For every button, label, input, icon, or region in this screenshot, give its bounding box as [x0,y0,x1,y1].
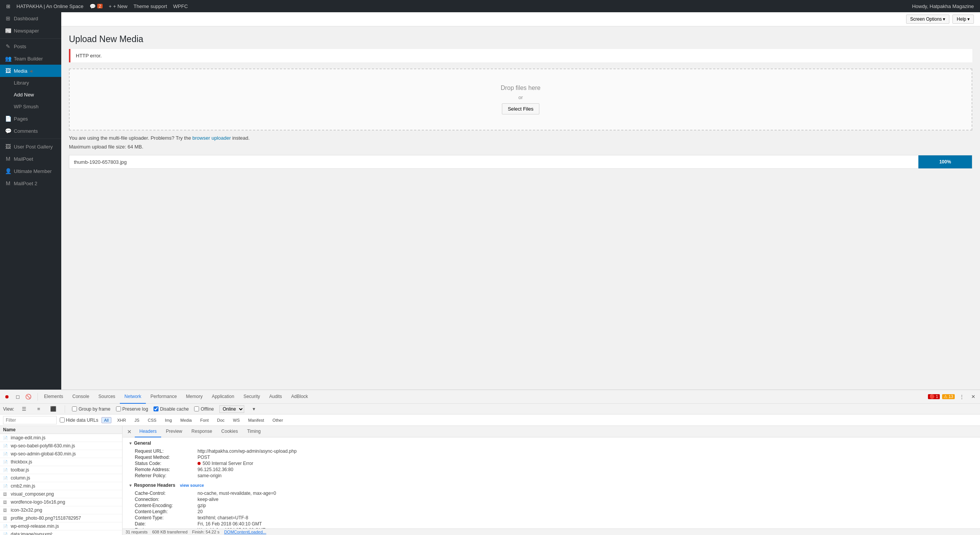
tab-audits[interactable]: Audits [265,390,286,404]
network-item-data-svg-1[interactable]: 📄 data:image/svg+xml;... [0,530,122,535]
network-item-cmb2[interactable]: 📄 cmb2.min.js [0,482,122,490]
offline-checkbox[interactable] [194,406,199,411]
admin-bar: ⊞ HATPAKHA | An Online Space 💬 2 + + New… [0,0,980,12]
offline-option[interactable]: Offline [194,406,214,412]
filter-type-other[interactable]: Other [270,417,286,423]
response-header-content-encoding: Content-Encoding: gzip [129,502,974,509]
tab-security[interactable]: Security [239,390,265,404]
theme-support-item[interactable]: Theme support [131,0,170,12]
filter-button[interactable]: ⬛ [49,405,58,414]
detail-tab-response[interactable]: Response [187,426,217,437]
record-button[interactable]: ⏺ [2,392,11,401]
tab-elements[interactable]: Elements [39,390,68,404]
filter-type-img[interactable]: Img [162,417,175,423]
filter-type-xhr[interactable]: XHR [114,417,129,423]
network-item-profile-photo[interactable]: 🖼 profile_photo-80.png?1518782957 [0,514,122,522]
group-by-frame-option[interactable]: Group by frame [72,406,110,412]
comments-item[interactable]: 💬 2 [87,0,106,12]
network-item-toolbar[interactable]: 📄 toolbar.js [0,466,122,474]
tab-memory[interactable]: Memory [181,390,207,404]
sidebar-item-library[interactable]: Library [9,77,61,89]
tab-adblock[interactable]: AdBlock [287,390,313,404]
view-compact-button[interactable]: ≡ [34,405,43,414]
network-item-column[interactable]: 📄 column.js [0,474,122,482]
sidebar-item-user-post-gallery[interactable]: 🖼 User Post Gallery [0,140,61,153]
filter-type-all[interactable]: All [101,417,111,423]
network-settings-button[interactable]: ▾ [250,405,259,414]
clear-button[interactable]: 🚫 [24,392,33,401]
filter-type-media[interactable]: Media [178,417,194,423]
hide-data-urls-label[interactable]: Hide data URLs [60,418,98,423]
sidebar-item-newspaper[interactable]: 📰 Newspaper [0,24,61,37]
disable-cache-checkbox[interactable] [154,406,158,411]
devtools-close-button[interactable]: ✕ [969,392,978,401]
network-item-wordfence-logo[interactable]: 🖼 wordfence-logo-16x16.png [0,498,122,506]
updates-item[interactable]: + + New [106,0,131,12]
devtools-more-button[interactable]: ⋮ [957,392,966,401]
comment-count: 2 [97,4,103,8]
filter-type-ws[interactable]: WS [230,417,243,423]
sidebar-item-dashboard[interactable]: ⊞ Dashboard [0,12,61,24]
sidebar-item-posts[interactable]: ✎ Posts [0,40,61,52]
sidebar-item-team-builder[interactable]: 👥 Team Builder [0,52,61,65]
hide-data-urls-checkbox[interactable] [60,418,65,422]
wp-logo-item[interactable]: ⊞ [3,0,13,12]
stop-recording-button[interactable]: ◻ [13,392,22,401]
online-select[interactable]: Online [219,405,244,413]
filter-type-font[interactable]: Font [198,417,211,423]
tab-network[interactable]: Network [120,390,146,404]
sidebar-item-mailpoet[interactable]: M MailPoet [0,153,61,165]
upload-file-row: thumb-1920-657803.jpg 100% [69,155,972,169]
devtools-status-bar: 31 requests 608 KB transferred Finish: 5… [122,528,980,535]
tab-sources[interactable]: Sources [94,390,120,404]
preserve-log-option[interactable]: Preserve log [116,406,148,412]
filter-type-doc[interactable]: Doc [214,417,227,423]
disable-cache-option[interactable]: Disable cache [154,406,189,412]
tab-application[interactable]: Application [207,390,239,404]
sidebar-item-media[interactable]: 🖼 Media ◀ [0,65,61,77]
sidebar-item-pages[interactable]: 📄 Pages [0,113,61,125]
network-item-wp-emoji[interactable]: 📄 wp-emoji-release.min.js [0,522,122,530]
filter-input[interactable] [3,416,57,424]
network-item-thickbox[interactable]: 📄 thickbox.js [0,458,122,466]
network-item-wp-seo-babel[interactable]: 📄 wp-seo-babel-polyfill-630.min.js [0,442,122,450]
sidebar-item-comments[interactable]: 💬 Comments [0,125,61,137]
sidebar-item-ultimate-member[interactable]: 👤 Ultimate Member [0,165,61,177]
preserve-log-checkbox[interactable] [116,406,121,411]
sidebar-item-mailpoet2[interactable]: M MailPoet 2 [0,177,61,189]
select-files-button[interactable]: Select Files [502,103,539,114]
network-item-wp-seo-admin[interactable]: 📄 wp-seo-admin-global-630.min.js [0,450,122,458]
filter-type-manifest[interactable]: Manifest [245,417,267,423]
detail-tab-headers[interactable]: Headers [135,426,161,437]
wpfc-item[interactable]: WPFC [170,0,191,12]
tab-performance[interactable]: Performance [146,390,181,404]
site-name-item[interactable]: HATPAKHA | An Online Space [13,0,87,12]
network-item-image-edit[interactable]: 📄 image-edit.min.js [0,434,122,442]
user-greeting-item[interactable]: Howdy, Hatpakha Magazine [909,0,977,12]
detail-tab-timing[interactable]: Timing [242,426,265,437]
network-item-icon-32x32[interactable]: 🖼 icon-32x32.png [0,506,122,514]
sidebar-item-wp-smush[interactable]: WP Smush [9,101,61,113]
detail-tab-cookies[interactable]: Cookies [217,426,242,437]
filter-type-js[interactable]: JS [132,417,142,423]
detail-close-button[interactable]: ✕ [126,428,133,436]
screen-options-button[interactable]: Screen Options ▾ [906,15,950,24]
view-rows-button[interactable]: ☰ [20,405,29,414]
general-section-title[interactable]: ▼ General [129,440,974,446]
help-button[interactable]: Help ▾ [952,15,974,24]
group-by-frame-checkbox[interactable] [72,406,77,411]
response-headers-section-title[interactable]: ▼ Response Headers view source [129,483,974,488]
name-column-header: Name [3,427,16,432]
filter-type-css[interactable]: CSS [145,417,159,423]
tab-console[interactable]: Console [68,390,94,404]
detail-tab-preview[interactable]: Preview [161,426,187,437]
dom-content-loaded-link[interactable]: DOMContentLoaded... [224,530,266,534]
browser-uploader-link[interactable]: browser uploader [193,135,232,141]
site-name: HATPAKHA | An Online Space [16,3,83,9]
comment-icon: 💬 [90,3,96,9]
response-view-source-link[interactable]: view source [180,483,204,488]
sidebar-divider-2 [0,139,61,139]
wpfc-label: WPFC [173,3,188,9]
network-item-visual-composer[interactable]: 🖼 visual_composer.png [0,490,122,498]
sidebar-item-add-new[interactable]: Add New [9,89,61,101]
